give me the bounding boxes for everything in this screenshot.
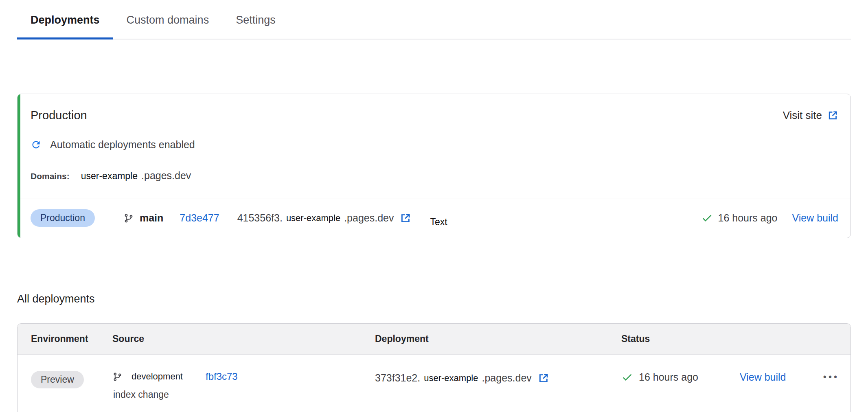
check-icon bbox=[701, 212, 713, 224]
table-header-row: Environment Source Deployment Status bbox=[18, 324, 850, 355]
production-deployment-row: Production main 7d3e477 415356f3. user-e… bbox=[18, 199, 850, 238]
visit-site-label: Visit site bbox=[783, 109, 822, 122]
column-source: Source bbox=[112, 333, 375, 344]
production-card: Production Visit site Automatic deploym bbox=[17, 94, 851, 238]
production-card-title: Production bbox=[31, 109, 87, 122]
tab-custom-domains[interactable]: Custom domains bbox=[113, 0, 223, 39]
production-accent-bar bbox=[18, 94, 20, 238]
auto-deployments-text: Automatic deployments enabled bbox=[50, 139, 195, 151]
domain-suffix: .pages.dev bbox=[141, 170, 191, 182]
production-badge: Production bbox=[31, 209, 95, 227]
tab-settings[interactable]: Settings bbox=[222, 0, 289, 39]
deployment-time: 16 hours ago bbox=[718, 212, 778, 224]
table-row: Preview development fbf3c73 index change bbox=[18, 355, 850, 412]
deployment-url: 415356f3. user-example .pages.dev bbox=[237, 212, 412, 224]
git-branch-icon bbox=[123, 213, 134, 224]
row-menu-button[interactable]: ••• bbox=[823, 371, 839, 383]
deployment-url-prefix: 415356f3. bbox=[237, 212, 283, 224]
external-link-icon bbox=[827, 110, 838, 121]
column-status: Status bbox=[621, 333, 850, 344]
view-build-link[interactable]: View build bbox=[792, 212, 838, 224]
branch-name: main bbox=[140, 212, 163, 224]
visit-site-link[interactable]: Visit site bbox=[783, 109, 838, 122]
external-link-icon[interactable] bbox=[538, 373, 549, 384]
deployment-url-prefix: 373f31e2. bbox=[375, 372, 420, 384]
domains-row: Domains: user-example .pages.dev bbox=[31, 170, 838, 182]
deployment-url: 373f31e2. user-example .pages.dev bbox=[375, 372, 621, 384]
view-build-link[interactable]: View build bbox=[740, 371, 786, 383]
branch-name: development bbox=[132, 371, 183, 382]
annotation-text: Text bbox=[430, 217, 447, 228]
external-link-icon[interactable] bbox=[400, 213, 411, 224]
domains-label: Domains: bbox=[31, 171, 70, 181]
column-environment: Environment bbox=[31, 333, 112, 344]
check-icon bbox=[621, 371, 633, 383]
domain-name: user-example bbox=[81, 171, 138, 182]
tabbar: Deployments Custom domains Settings bbox=[17, 0, 851, 39]
deployment-url-suffix: .pages.dev bbox=[482, 372, 532, 384]
refresh-icon bbox=[31, 139, 42, 150]
commit-message: index change bbox=[113, 389, 375, 400]
column-deployment: Deployment bbox=[375, 333, 621, 344]
deployment-url-name: user-example bbox=[286, 213, 340, 224]
preview-badge: Preview bbox=[31, 371, 84, 388]
deployment-url-suffix: .pages.dev bbox=[344, 212, 394, 224]
git-branch-icon bbox=[112, 372, 123, 382]
deployment-time: 16 hours ago bbox=[639, 371, 698, 383]
commit-link[interactable]: fbf3c73 bbox=[206, 371, 238, 382]
all-deployments-title: All deployments bbox=[17, 293, 868, 305]
deployments-table: Environment Source Deployment Status Pre… bbox=[17, 323, 851, 412]
commit-link[interactable]: 7d3e477 bbox=[180, 212, 219, 224]
tab-deployments[interactable]: Deployments bbox=[17, 0, 113, 39]
deployment-url-name: user-example bbox=[424, 373, 478, 384]
